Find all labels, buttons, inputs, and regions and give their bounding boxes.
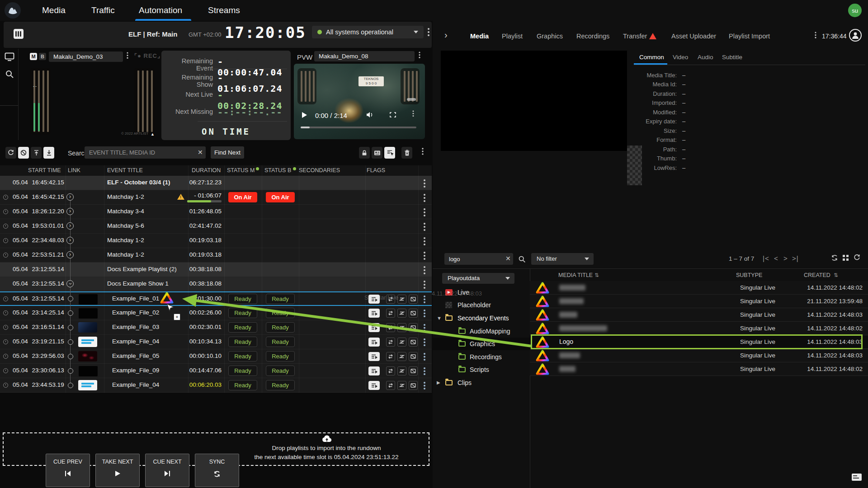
col-duration[interactable]: DURATION (192, 167, 221, 174)
rundown-row[interactable]: 05.04 23:29:56.03 Example_File_05 00:00:… (0, 349, 432, 364)
rundown-row[interactable]: 05.04 19:53:01.01 › Matchday 5-6 02:41:4… (0, 219, 432, 234)
rundown-row[interactable]: 05.04 16:45:42.15 › Matchday 1-2 - 01:06… (0, 190, 432, 205)
no-video-flag-icon[interactable] (409, 323, 418, 332)
media-row[interactable]: Singular Live 14.11.2022 14:48:02 (530, 362, 868, 376)
take-next-button[interactable]: TAKE NEXT (95, 454, 140, 487)
rundown-row[interactable]: 05.04 23:19:21.15 Example_File_04 00:10:… (0, 335, 432, 349)
loop-flag-icon[interactable] (386, 295, 395, 304)
nav-automation[interactable]: Automation (139, 0, 182, 21)
clear-library-search-icon[interactable]: ✕ (505, 255, 511, 262)
clear-search-icon[interactable]: ✕ (198, 149, 203, 156)
monitor-m-button[interactable]: M (30, 53, 37, 60)
row-kebab-icon[interactable] (424, 252, 425, 253)
media-row[interactable]: Singular Live 14.11.2022 14:48:03 (530, 308, 868, 322)
tab-recordings[interactable]: Recordings (576, 30, 609, 42)
tree-item-clips[interactable]: ▶ Clips (433, 376, 530, 389)
media-row[interactable]: Singular Live 14.11.2022 14:48:03 (530, 349, 868, 362)
link-chevron[interactable]: › (66, 208, 74, 215)
loop-flag-icon[interactable] (386, 352, 395, 361)
link-chevron[interactable]: › (66, 222, 74, 230)
loop-flag-icon[interactable] (386, 381, 395, 390)
pvw-kebab-icon[interactable] (419, 52, 420, 53)
meta-tab-audio[interactable]: Audio (698, 54, 713, 61)
delete-event-icon[interactable] (401, 147, 412, 159)
find-next-button[interactable]: Find Next (211, 146, 244, 159)
col-flags[interactable]: FLAGS (367, 167, 385, 174)
nav-traffic[interactable]: Traffic (91, 0, 115, 21)
rundown-row-selected[interactable]: 05.04 23:12:55.14 Example_File_01 00:01:… (0, 291, 432, 306)
tab-media[interactable]: Media (470, 30, 489, 42)
user-avatar[interactable]: su (848, 4, 862, 17)
col-subtype[interactable]: SUBTYPE (736, 272, 762, 278)
scroll-to-top-icon[interactable] (31, 147, 42, 159)
resize-handle[interactable]: ▲ (151, 132, 155, 136)
search-icon[interactable] (518, 255, 526, 263)
secondary-events-icon[interactable] (368, 338, 380, 347)
rundown-row[interactable]: 05.04 23:44:53.19 Example_File_04 00:06:… (0, 378, 432, 393)
program-video[interactable]: -- © 2022 ARTLIST ▲ (27, 64, 157, 138)
row-kebab-icon[interactable] (424, 324, 425, 326)
no-video-flag-icon[interactable] (409, 366, 418, 375)
link-chevron[interactable]: › (66, 193, 74, 201)
rec-button[interactable]: ⌜● REC⌟ (134, 52, 160, 59)
row-kebab-icon[interactable] (424, 266, 425, 268)
media-row[interactable]: Singular Live 21.11.2022 13:59:48 (530, 295, 868, 308)
next-page-icon[interactable]: > (783, 254, 788, 262)
sort-icon[interactable]: ⇅ (594, 272, 599, 278)
no-video-flag-icon[interactable] (409, 352, 418, 361)
monitor-icon[interactable] (5, 52, 14, 61)
tab-asset-uploader[interactable]: Asset Uploader (671, 30, 716, 42)
tree-item-placeholder[interactable]: Placeholder (433, 299, 530, 311)
tree-item-audiomapping[interactable]: AudioMapping (433, 325, 530, 338)
col-secondaries[interactable]: SECONDARIES (299, 167, 340, 174)
col-media-title[interactable]: MEDIA TITLE (558, 272, 593, 278)
grid-view-icon[interactable] (843, 255, 849, 261)
tab-playlist[interactable]: Playlist (502, 30, 523, 42)
link-chevron-expanded[interactable]: › (66, 280, 74, 287)
refresh-icon[interactable] (854, 254, 860, 261)
rundown-row[interactable]: 05.04 23:14:25.14 Example_File_02 00:02:… (0, 306, 432, 320)
tree-item-live[interactable]: ▶ Live (433, 286, 530, 299)
toolbar-kebab-icon[interactable] (422, 148, 423, 149)
play-icon[interactable] (302, 112, 307, 118)
secondary-events-icon[interactable] (368, 352, 380, 361)
row-kebab-icon[interactable] (424, 237, 425, 239)
join-flag-icon[interactable] (397, 338, 406, 347)
rundown-row[interactable]: 05.04 23:12:55.14 Docs Example Playlist … (0, 263, 432, 277)
join-flag-icon[interactable] (397, 309, 406, 318)
col-start-time[interactable]: START TIME (28, 167, 61, 174)
link-chevron[interactable]: › (66, 237, 74, 244)
nav-streams[interactable]: Streams (208, 0, 240, 21)
no-video-flag-icon[interactable] (409, 381, 418, 390)
row-kebab-icon[interactable] (424, 281, 425, 282)
autoscroll-off-icon[interactable] (18, 147, 29, 159)
tree-item-recordings[interactable]: Recordings (433, 351, 530, 363)
rundown-row[interactable]: 05.04 22:53:51.21 › Matchday 1-2 00:19:0… (0, 248, 432, 263)
rundown-row[interactable]: 05.04 23:16:51.14 Example_File_03 00:02:… (0, 320, 432, 335)
row-kebab-icon[interactable] (424, 353, 425, 355)
rundown-search-input[interactable] (85, 146, 206, 159)
scroll-to-onair-icon[interactable] (43, 147, 54, 159)
tree-item-scripts[interactable]: Scripts (433, 363, 530, 376)
library-kebab-icon[interactable] (815, 32, 816, 33)
collapse-panel-chevron[interactable]: › (444, 30, 448, 40)
secondary-events-icon[interactable] (368, 381, 380, 390)
join-flag-icon[interactable] (397, 352, 406, 361)
seek-bar[interactable] (301, 127, 416, 128)
select-events-icon[interactable] (384, 147, 395, 159)
row-kebab-icon[interactable] (424, 223, 425, 225)
rundown-row[interactable]: 05.04 23:30:06.13 Example_File_09 00:14:… (0, 364, 432, 378)
tree-item-graphics[interactable]: Graphics (433, 338, 530, 350)
monitor-kebab-icon[interactable] (127, 52, 128, 53)
no-video-flag-icon[interactable] (409, 309, 418, 318)
tab-transfer[interactable]: Transfer (623, 30, 647, 42)
tab-playlist-import[interactable]: Playlist Import (729, 30, 770, 42)
sort-icon[interactable]: ⇅ (834, 272, 838, 278)
rundown-row[interactable]: 05.04 18:26:12.20 › Matchday 3-4 01:26:4… (0, 205, 432, 219)
monitor-b-button[interactable]: B (39, 53, 46, 60)
prev-page-icon[interactable]: < (774, 254, 778, 262)
join-flag-icon[interactable] (397, 381, 406, 390)
auto-refresh-icon[interactable] (831, 254, 838, 262)
program-source-select[interactable]: Makalu_Demo_03 (49, 52, 123, 62)
media-row-selected[interactable]: Logo Singular Live 14.11.2022 14:48:03 (530, 335, 868, 349)
